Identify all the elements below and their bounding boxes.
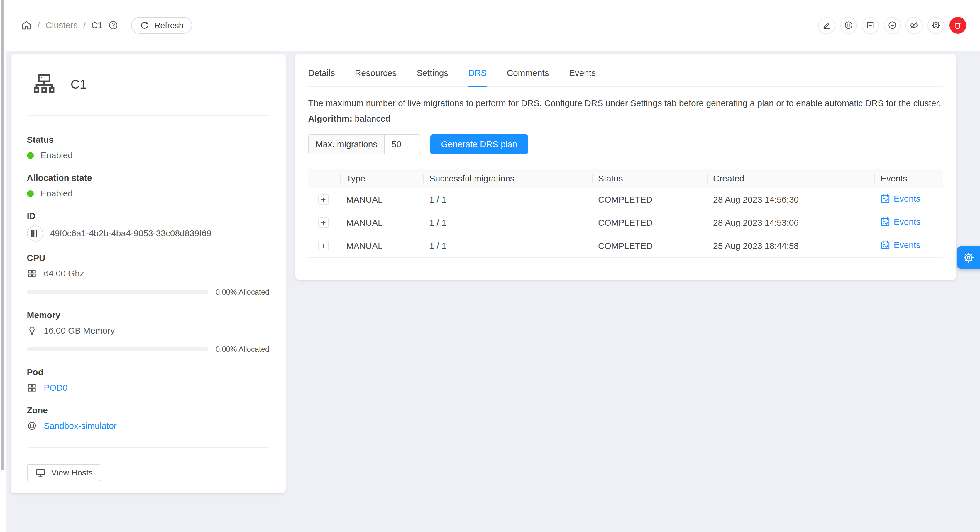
hide-button[interactable] — [905, 17, 923, 34]
tab-settings[interactable]: Settings — [417, 64, 448, 86]
zone-section: Zone Sandbox-simulator — [27, 405, 270, 432]
pause-button[interactable] — [840, 17, 857, 34]
tab-details[interactable]: Details — [308, 64, 335, 86]
allocation-state-value: Enabled — [40, 189, 72, 199]
col-expand — [308, 170, 340, 188]
algorithm-value: balanced — [355, 114, 390, 124]
row-events-link[interactable]: Events — [881, 194, 920, 204]
cluster-detail-page: / Clusters / C1 Refresh — [0, 0, 980, 532]
breadcrumb-separator: / — [38, 20, 40, 30]
gear-icon — [963, 252, 974, 263]
cell-status: COMPLETED — [592, 234, 708, 257]
delete-button[interactable] — [950, 17, 967, 34]
cluster-icon — [33, 73, 56, 96]
scrollbar-thumb[interactable] — [1, 0, 5, 470]
zone-label: Zone — [27, 405, 270, 415]
cluster-name: C1 — [71, 77, 86, 91]
tab-comments[interactable]: Comments — [507, 64, 549, 86]
pod-link[interactable]: POD0 — [44, 383, 67, 393]
bulb-icon — [27, 326, 37, 336]
max-migrations-label: Max. migrations — [308, 134, 385, 154]
barcode-icon — [27, 226, 43, 241]
tab-bar: Details Resources Settings DRS Comments … — [308, 64, 943, 87]
pod-section: Pod POD0 — [27, 367, 270, 394]
id-section: ID 49f0c6a1-4b2b-4ba4-9053-33c08d839f69 — [27, 211, 270, 241]
cell-status: COMPLETED — [592, 211, 708, 234]
view-hosts-label: View Hosts — [51, 468, 93, 478]
memory-label: Memory — [27, 310, 270, 320]
table-header-row: Type Successful migrations Status Create… — [308, 170, 943, 188]
cluster-title-row: C1 — [33, 72, 270, 96]
allocation-state-label: Allocation state — [27, 173, 270, 183]
cpu-value: 64.00 Ghz — [44, 268, 84, 278]
status-dot — [27, 152, 34, 159]
divider — [29, 447, 269, 448]
tab-events[interactable]: Events — [569, 64, 596, 86]
left-scrollbar[interactable] — [0, 0, 6, 532]
settings-button[interactable] — [928, 17, 945, 34]
col-status: Status — [592, 170, 708, 188]
expand-row-button[interactable]: + — [318, 241, 329, 251]
cell-migrations: 1 / 1 — [424, 188, 592, 211]
cpu-progress-bar — [27, 290, 208, 294]
square-minus-icon — [866, 21, 875, 30]
cell-type: MANUAL — [340, 211, 423, 234]
cpu-label: CPU — [27, 253, 270, 263]
view-hosts-button[interactable]: View Hosts — [27, 464, 102, 481]
cell-type: MANUAL — [340, 188, 423, 211]
pod-label: Pod — [27, 367, 270, 377]
col-type: Type — [340, 170, 423, 188]
cell-created: 28 Aug 2023 14:53:06 — [708, 211, 875, 234]
events-link-label: Events — [894, 217, 920, 227]
expand-row-button[interactable]: + — [318, 218, 329, 228]
home-icon[interactable] — [21, 20, 32, 30]
pause-circle-icon — [844, 21, 853, 30]
expand-row-button[interactable]: + — [318, 194, 329, 205]
trash-icon — [953, 21, 962, 30]
edit-icon — [822, 21, 831, 30]
id-value: 49f0c6a1-4b2b-4ba4-9053-33c08d839f69 — [50, 228, 211, 238]
row-events-link[interactable]: Events — [881, 217, 920, 227]
drs-controls: Max. migrations Generate DRS plan — [308, 134, 943, 154]
col-migrations: Successful migrations — [424, 170, 592, 188]
unmanage-button[interactable] — [862, 17, 879, 34]
drs-description: The maximum number of live migrations to… — [308, 97, 943, 110]
question-circle-icon[interactable] — [108, 20, 118, 30]
algorithm-label: Algorithm: — [308, 114, 352, 124]
calendar-check-icon — [881, 240, 890, 250]
refresh-button[interactable]: Refresh — [131, 17, 192, 34]
tab-resources[interactable]: Resources — [355, 64, 397, 86]
breadcrumb-separator: / — [83, 20, 86, 30]
cluster-info-card: C1 Status Enabled Allocation state Enabl… — [11, 54, 286, 493]
drs-algorithm: Algorithm: balanced — [308, 114, 943, 124]
circle-minus-icon — [888, 21, 897, 30]
allocation-state-dot — [27, 190, 34, 197]
tab-drs[interactable]: DRS — [468, 64, 487, 86]
cpu-section: CPU 64.00 Ghz 0.00% Allocated — [27, 253, 270, 296]
divider — [29, 116, 269, 116]
allocation-state-section: Allocation state Enabled — [27, 173, 270, 200]
col-events: Events — [875, 170, 943, 188]
memory-value: 16.00 GB Memory — [44, 326, 115, 336]
status-value: Enabled — [40, 150, 72, 160]
table-row: + MANUAL 1 / 1 COMPLETED 28 Aug 2023 14:… — [308, 188, 943, 211]
edit-button[interactable] — [818, 17, 835, 34]
cpu-allocated: 0.00% Allocated — [216, 288, 269, 296]
cluster-detail-card: Details Resources Settings DRS Comments … — [295, 54, 956, 279]
breadcrumb-clusters[interactable]: Clusters — [46, 20, 78, 30]
calendar-check-icon — [881, 217, 890, 227]
header-actions — [818, 17, 966, 34]
globe-icon — [27, 421, 37, 431]
floating-settings-button[interactable] — [957, 246, 980, 269]
generate-drs-plan-button[interactable]: Generate DRS plan — [430, 134, 528, 154]
page-header: / Clusters / C1 Refresh — [6, 0, 980, 51]
row-events-link[interactable]: Events — [881, 240, 920, 250]
max-migrations-input[interactable] — [384, 134, 421, 154]
zone-link[interactable]: Sandbox-simulator — [44, 421, 117, 431]
grid-icon — [27, 383, 37, 393]
eye-invisible-icon — [909, 21, 919, 30]
col-created: Created — [708, 170, 875, 188]
events-link-label: Events — [894, 240, 920, 250]
drs-plan-table: Type Successful migrations Status Create… — [308, 170, 943, 258]
disable-button[interactable] — [884, 17, 901, 34]
